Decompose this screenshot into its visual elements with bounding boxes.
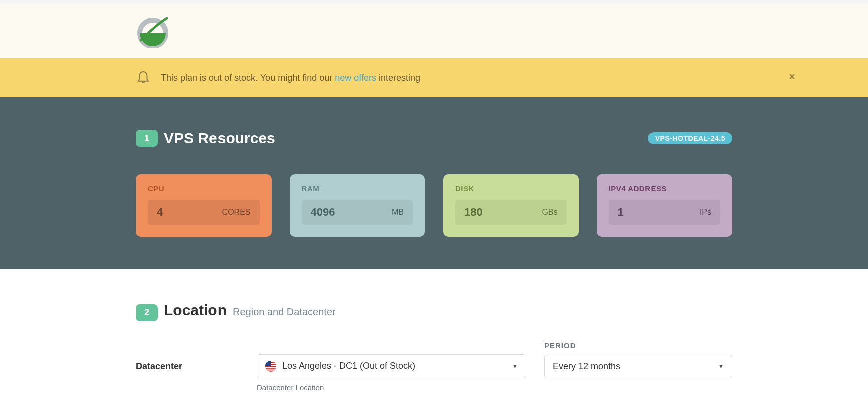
datacenter-caption: Datacenter Location [257,383,526,392]
close-icon[interactable]: ✕ [786,69,798,84]
step-badge-1: 1 [136,130,158,147]
logo-wrap [136,14,732,48]
card-ram-unit: MB [392,208,404,217]
alert-bar: This plan is out of stock. You might fin… [0,58,868,97]
plan-badge: VPS-HOTDEAL-24.5 [648,132,732,144]
card-ip-value: 1 [618,206,624,219]
card-cpu: CPU 4 CORES [136,174,272,237]
card-ip: IPV4 ADDRESS 1 IPs [597,174,733,237]
section-vps-resources: 1 VPS Resources VPS-HOTDEAL-24.5 CPU 4 C… [0,97,868,269]
card-disk: DISK 180 GBs [443,174,579,237]
card-ram-label: RAM [302,184,413,193]
period-label: PERIOD [544,341,732,350]
alert-text: This plan is out of stock. You might fin… [161,73,420,83]
card-cpu-unit: CORES [222,208,251,217]
card-disk-unit: GBs [542,208,557,217]
alert-text-pre: This plan is out of stock. You might fin… [161,73,335,83]
datacenter-select-value: Los Angeles - DC1 (Out of Stock) [282,361,415,371]
card-disk-label: DISK [455,184,567,193]
period-select[interactable]: Every 12 months ▼ [544,355,732,378]
card-cpu-value: 4 [157,206,163,219]
bell-icon [136,69,151,86]
card-ram-value: 4096 [311,206,335,219]
chevron-down-icon: ▼ [512,363,518,369]
card-ip-unit: IPs [700,208,711,217]
section-location: 2 Location Region and Datacenter Datacen… [0,269,868,412]
card-cpu-label: CPU [148,184,260,193]
alert-link-new-offers[interactable]: new offers [335,73,376,83]
datacenter-label: Datacenter [136,361,239,372]
svg-rect-7 [265,368,276,369]
chevron-down-icon: ▼ [718,363,724,369]
svg-rect-9 [265,361,271,366]
us-flag-icon [265,361,276,372]
top-strip [0,0,868,4]
svg-rect-8 [265,370,276,371]
period-select-value: Every 12 months [553,361,620,372]
section-subtitle-location: Region and Datacenter [233,306,336,318]
svg-rect-6 [265,366,276,367]
step-badge-2: 2 [136,304,158,321]
alert-text-post: interesting [376,73,420,83]
site-header [0,4,868,58]
card-ram: RAM 4096 MB [290,174,425,237]
card-disk-value: 180 [464,206,483,219]
datacenter-select[interactable]: Los Angeles - DC1 (Out of Stock) ▼ [257,354,526,378]
section-title-vps: VPS Resources [164,130,275,147]
card-ip-label: IPV4 ADDRESS [609,184,721,193]
site-logo[interactable] [136,14,170,48]
section-title-location: Location [164,302,227,319]
